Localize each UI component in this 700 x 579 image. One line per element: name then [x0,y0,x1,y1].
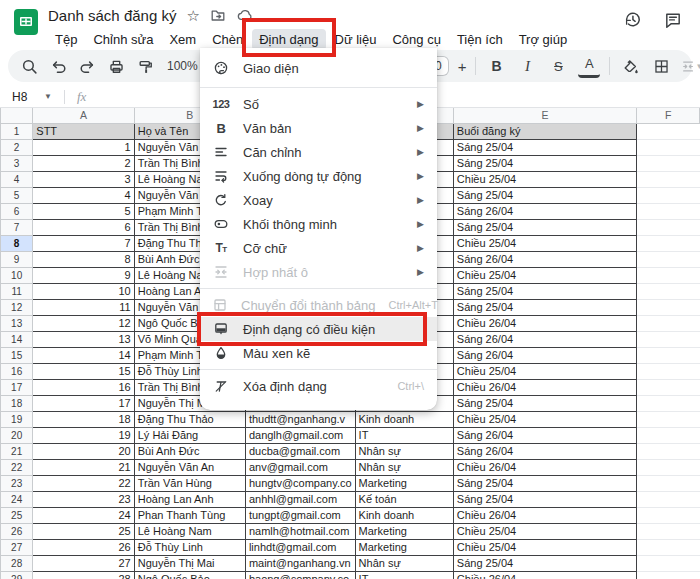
row-header[interactable]: 25 [1,508,33,524]
cell[interactable] [637,220,700,236]
menu-item[interactable]: Tiện ích [450,29,510,50]
cell[interactable]: STT [33,124,134,140]
cell[interactable]: Chiều 26/04 [453,316,637,332]
cell[interactable] [637,316,700,332]
cell[interactable]: Nhân sự [355,444,453,460]
menu-item[interactable]: 123Số▶ [200,92,437,116]
menu-item[interactable]: TTCỡ chữ▶ [200,236,437,260]
cell[interactable]: 20 [33,444,134,460]
cell[interactable]: 5 [33,204,134,220]
row-header[interactable]: 21 [1,444,33,460]
cell[interactable]: Sáng 25/04 [453,300,637,316]
cell[interactable] [637,204,700,220]
cell[interactable]: 10 [33,284,134,300]
cell[interactable] [637,380,700,396]
cell[interactable]: namlh@hotmail.com [245,524,355,540]
cell[interactable]: Lý Hải Đăng [134,428,245,444]
menu-item[interactable]: Chỉnh sửa [86,29,160,50]
document-title[interactable]: Danh sách đăng ký [48,7,176,24]
cell[interactable]: Chiều 25/04 [453,236,637,252]
cell[interactable]: Kinh doanh [355,412,453,428]
cell[interactable]: Chiều 26/04 [453,380,637,396]
paint-format-icon[interactable] [134,54,156,78]
menu-item[interactable]: Giao diện [200,53,437,83]
cell[interactable]: 12 [33,316,134,332]
cell[interactable]: 7 [33,236,134,252]
menu-item[interactable]: Căn chỉnh▶ [200,140,437,164]
row-header[interactable]: 28 [1,556,33,572]
cell[interactable]: Ngô Quốc Bảo [134,572,245,579]
cell[interactable] [637,556,700,572]
cell[interactable]: Sáng 25/04 [453,284,637,300]
cell[interactable]: 1 [33,140,134,156]
row-header[interactable]: 10 [1,268,33,284]
menu-item[interactable]: Định dạng có điều kiện [200,317,437,341]
cell[interactable]: Sáng 26/04 [453,428,637,444]
cell[interactable]: Chiều 25/04 [453,540,637,556]
cell[interactable]: 17 [33,396,134,412]
cell[interactable]: linhdt@gmail.com [245,540,355,556]
cell[interactable]: Trần Văn Hùng [134,476,245,492]
row-header[interactable]: 11 [1,284,33,300]
cell[interactable] [637,508,700,524]
cell[interactable]: danglh@gmail.com [245,428,355,444]
cell[interactable] [637,540,700,556]
cell[interactable] [637,572,700,579]
cell[interactable]: Marketing [355,476,453,492]
cell[interactable]: Kinh doanh [355,508,453,524]
cell[interactable] [637,252,700,268]
row-header[interactable]: 7 [1,220,33,236]
cell[interactable]: Nguyễn Văn An [134,460,245,476]
increase-decimal-button[interactable]: + [458,58,467,75]
cell[interactable]: 27 [33,556,134,572]
column-header-A[interactable]: A [33,108,134,124]
cell[interactable]: 24 [33,508,134,524]
print-icon[interactable] [105,54,127,78]
cell[interactable]: Sáng 26/04 [453,252,637,268]
cell[interactable] [637,284,700,300]
cell[interactable]: Nhân sự [355,556,453,572]
cell[interactable]: Đỗ Thùy Linh [134,540,245,556]
cell[interactable]: Chiều 25/04 [453,524,637,540]
cell[interactable] [637,140,700,156]
row-header[interactable]: 2 [1,140,33,156]
menu-item[interactable]: Trợ giúp [512,29,575,50]
cell[interactable]: 14 [33,348,134,364]
cell[interactable]: 15 [33,364,134,380]
row-header[interactable]: 18 [1,396,33,412]
cell[interactable] [637,364,700,380]
menu-item[interactable]: Xem [162,29,203,50]
row-header[interactable]: 4 [1,172,33,188]
row-header[interactable]: 19 [1,412,33,428]
cell[interactable]: Sáng 26/04 [453,348,637,364]
cell[interactable] [637,172,700,188]
cell[interactable]: Chiều 26/04 [453,508,637,524]
cell[interactable]: Chiều 26/04 [453,572,637,579]
cell[interactable]: 25 [33,524,134,540]
cell[interactable]: ducba@gmail.com [245,444,355,460]
cell[interactable]: Sáng 25/04 [453,220,637,236]
cell[interactable]: Sáng 25/04 [453,140,637,156]
cell[interactable] [637,460,700,476]
menu-item[interactable]: Xóa định dạngCtrl+\ [200,374,437,398]
row-header[interactable]: 17 [1,380,33,396]
row-header[interactable]: 14 [1,332,33,348]
row-header[interactable]: 13 [1,316,33,332]
cell[interactable]: 23 [33,492,134,508]
cell[interactable]: Chiều 25/04 [453,364,637,380]
cell[interactable]: anv@gmail.com [245,460,355,476]
cell[interactable]: 3 [33,172,134,188]
cell[interactable]: 21 [33,460,134,476]
row-header[interactable]: 29 [1,572,33,579]
cell[interactable]: Phan Thanh Tùng [134,508,245,524]
cell[interactable] [637,348,700,364]
cell[interactable]: Sáng 25/04 [453,396,637,412]
cell[interactable]: Bùi Anh Đức [134,444,245,460]
row-header[interactable]: 15 [1,348,33,364]
column-header-F[interactable]: F [637,108,700,124]
cell[interactable]: Chiều 25/04 [453,412,637,428]
menu-format[interactable]: Định dạng [252,29,325,50]
cell[interactable]: Marketing [355,540,453,556]
star-icon[interactable]: ☆ [186,8,199,23]
cell[interactable]: 2 [33,156,134,172]
